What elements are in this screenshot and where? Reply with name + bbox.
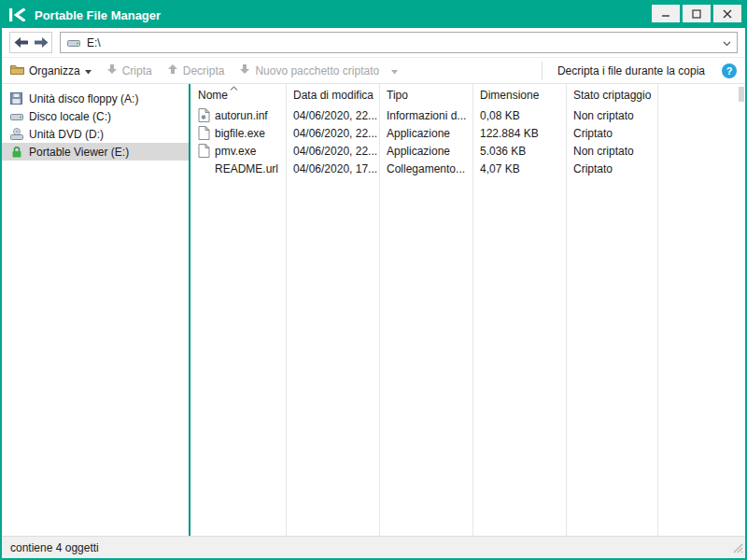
file-size: 0,08 KB xyxy=(472,109,566,122)
navigation-row: E:\ xyxy=(2,28,745,58)
maximize-button[interactable] xyxy=(683,5,711,22)
drive-tree-sidebar: Unità disco floppy (A:) Disco locale (C:… xyxy=(2,84,189,536)
vertical-scrollbar[interactable] xyxy=(739,87,744,102)
close-button[interactable] xyxy=(713,5,741,22)
back-button[interactable] xyxy=(10,33,31,52)
drive-icon xyxy=(66,37,80,49)
decripta-button[interactable]: Decripta xyxy=(167,63,225,77)
file-encryption-status: Non criptato xyxy=(566,109,657,122)
sidebar-item-label: Portable Viewer (E:) xyxy=(29,146,129,159)
column-header-tipo[interactable]: Tipo xyxy=(379,89,472,102)
resize-grip-icon[interactable] xyxy=(733,543,743,556)
file-encryption-status: Non criptato xyxy=(566,145,657,158)
file-size: 4,07 KB xyxy=(472,162,566,175)
minimize-button[interactable] xyxy=(652,5,680,22)
floppy-icon xyxy=(9,92,23,105)
kaspersky-logo-icon xyxy=(9,8,26,21)
status-bar: contiene 4 oggetti xyxy=(2,536,745,558)
column-separator xyxy=(379,84,380,536)
new-package-icon xyxy=(239,63,250,77)
nuovo-pacchetto-label: Nuovo pacchetto criptato xyxy=(255,64,379,77)
chevron-down-icon xyxy=(391,64,398,77)
file-type: Applicazione xyxy=(379,127,472,140)
file-encryption-status: Criptato xyxy=(566,127,657,140)
file-name: pmv.exe xyxy=(215,145,256,158)
decrypt-on-copy-option[interactable]: Decripta i file durante la copia xyxy=(557,64,705,77)
lock-icon xyxy=(9,146,23,159)
file-row-readme-url[interactable]: README.url 04/06/2020, 17... Collegament… xyxy=(190,160,745,177)
navigation-buttons xyxy=(9,32,52,53)
column-header-nome[interactable]: Nome xyxy=(190,89,286,102)
file-modified: 04/06/2020, 22... xyxy=(286,127,379,140)
toolbar-separator xyxy=(542,62,543,80)
sort-ascending-icon xyxy=(230,84,238,91)
organizza-label: Organizza xyxy=(29,64,80,77)
file-name: bigfile.exe xyxy=(215,127,265,140)
column-separator xyxy=(566,84,567,536)
file-icon xyxy=(198,126,210,140)
window-controls xyxy=(652,5,741,22)
file-list: Nome Data di modifica Tipo Dimensione St… xyxy=(190,84,745,536)
file-icon xyxy=(198,144,210,158)
toolbar: Organizza Cripta Decripta Nuovo pacchett… xyxy=(2,58,745,84)
chevron-down-icon xyxy=(85,64,92,77)
dvd-drive-icon xyxy=(9,128,23,140)
sidebar-item-label: Disco locale (C:) xyxy=(29,110,111,123)
file-row-pmv-exe[interactable]: pmv.exe 04/06/2020, 22... Applicazione 5… xyxy=(190,142,745,160)
file-size: 5.036 KB xyxy=(472,145,566,158)
portable-file-manager-window: Portable File Manager xyxy=(0,0,747,560)
column-header-stato-criptaggio[interactable]: Stato criptaggio xyxy=(566,89,657,102)
file-encryption-status: Criptato xyxy=(566,162,657,175)
encrypt-arrow-icon xyxy=(106,63,118,77)
nuovo-pacchetto-criptato-button[interactable]: Nuovo pacchetto criptato xyxy=(239,63,398,77)
sidebar-item-local-disk-c[interactable]: Disco locale (C:) xyxy=(2,107,189,125)
column-header-dimensione[interactable]: Dimensione xyxy=(472,89,566,102)
address-text: E:\ xyxy=(87,36,716,49)
cripta-label: Cripta xyxy=(122,64,152,77)
sidebar-item-label: Unità DVD (D:) xyxy=(29,128,104,141)
hard-drive-icon xyxy=(9,111,23,122)
forward-arrow-icon xyxy=(35,37,49,48)
decrypt-arrow-icon xyxy=(167,63,178,77)
file-type: Informazioni d... xyxy=(379,109,472,122)
file-name: autorun.inf xyxy=(215,109,268,122)
sidebar-item-floppy-a[interactable]: Unità disco floppy (A:) xyxy=(2,90,189,107)
setup-file-icon xyxy=(198,108,210,122)
forward-button[interactable] xyxy=(31,33,51,52)
maximize-icon xyxy=(692,9,701,19)
folder-icon xyxy=(10,63,24,77)
file-modified: 04/06/2020, 17... xyxy=(286,162,379,175)
file-modified: 04/06/2020, 22... xyxy=(286,145,379,158)
organizza-button[interactable]: Organizza xyxy=(10,63,92,77)
column-separator xyxy=(286,84,287,536)
window-title: Portable File Manager xyxy=(35,8,652,22)
file-row-autorun-inf[interactable]: autorun.inf 04/06/2020, 22... Informazio… xyxy=(190,106,745,124)
titlebar: Portable File Manager xyxy=(2,2,745,28)
address-dropdown-icon[interactable] xyxy=(723,36,731,49)
address-bar[interactable]: E:\ xyxy=(60,32,738,53)
sidebar-item-portable-viewer-e[interactable]: Portable Viewer (E:) xyxy=(2,143,189,161)
column-header-data-di-modifica[interactable]: Data di modifica xyxy=(286,89,379,102)
column-separator xyxy=(472,84,473,536)
file-modified: 04/06/2020, 22... xyxy=(286,109,379,122)
decripta-label: Decripta xyxy=(183,64,225,77)
file-type: Collegamento... xyxy=(379,162,472,175)
sidebar-item-dvd-d[interactable]: Unità DVD (D:) xyxy=(2,125,189,143)
help-icon[interactable]: ? xyxy=(722,63,737,78)
file-type: Applicazione xyxy=(379,145,472,158)
file-name: README.url xyxy=(215,162,278,175)
column-headers: Nome Data di modifica Tipo Dimensione St… xyxy=(190,84,745,106)
column-separator xyxy=(657,84,658,536)
close-icon xyxy=(723,9,732,19)
sidebar-item-label: Unità disco floppy (A:) xyxy=(29,92,138,105)
back-arrow-icon xyxy=(14,37,28,48)
file-size: 122.884 KB xyxy=(472,127,566,140)
cripta-button[interactable]: Cripta xyxy=(106,63,152,77)
main-content: Unità disco floppy (A:) Disco locale (C:… xyxy=(2,84,745,536)
file-row-bigfile-exe[interactable]: bigfile.exe 04/06/2020, 22... Applicazio… xyxy=(190,124,745,142)
item-count-text: contiene 4 oggetti xyxy=(10,541,99,554)
minimize-icon xyxy=(661,9,670,19)
